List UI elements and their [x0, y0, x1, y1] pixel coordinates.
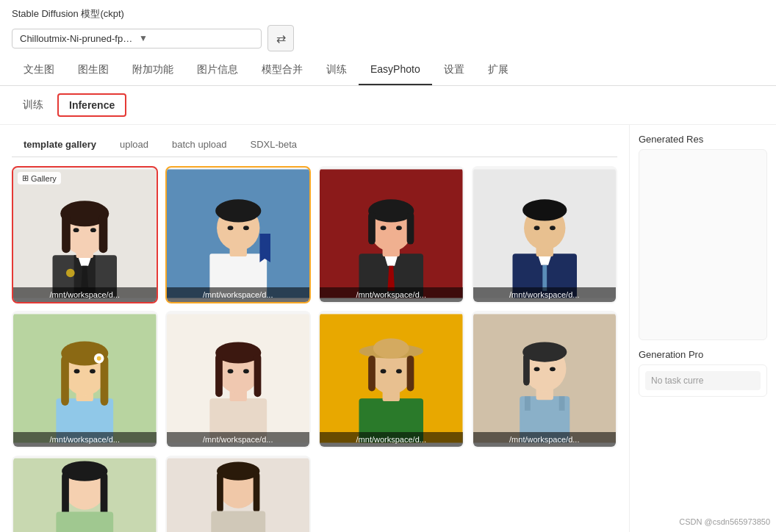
gallery-image-2	[167, 168, 310, 300]
svg-point-79	[534, 367, 539, 371]
watermark: CSDN @csdn565973850	[679, 517, 770, 526]
svg-rect-73	[525, 396, 531, 410]
badge-label: Gallery	[31, 174, 57, 183]
svg-point-30	[381, 226, 387, 230]
svg-rect-8	[62, 214, 71, 253]
main-tabs: 文生图 图生图 附加功能 图片信息 模型合并 训练 EasyPhoto 设置 扩…	[0, 56, 776, 86]
svg-rect-74	[558, 396, 564, 410]
inner-tab-upload[interactable]: upload	[108, 134, 160, 157]
svg-rect-78	[523, 353, 530, 386]
gallery-item-2[interactable]: /mnt/workspace/d...	[165, 166, 312, 303]
svg-rect-67	[368, 356, 376, 392]
gallery-image-8	[473, 312, 617, 445]
svg-rect-9	[99, 214, 108, 253]
svg-point-66	[373, 339, 409, 359]
svg-rect-90	[217, 472, 223, 511]
chevron-down-icon: ▼	[139, 33, 254, 43]
sub-tab-train[interactable]: 训练	[12, 93, 54, 117]
sub-tabs: 训练 Inference	[0, 86, 776, 125]
gallery-item-1-label: /mnt/workspace/d...	[13, 287, 157, 302]
gallery-image-1	[13, 168, 157, 300]
content-area: template gallery upload batch upload SDX…	[0, 125, 776, 532]
right-panel: Generated Res Generation Pro No task cur…	[629, 125, 776, 532]
svg-rect-85	[101, 472, 108, 515]
tab-txt2img[interactable]: 文生图	[12, 56, 66, 85]
tab-train[interactable]: 训练	[315, 56, 359, 85]
gallery-item-2-label: /mnt/workspace/d...	[167, 287, 310, 302]
svg-point-10	[73, 228, 79, 232]
svg-rect-92	[211, 511, 265, 532]
tab-extensions[interactable]: 扩展	[476, 56, 520, 85]
gallery-item-7-label: /mnt/workspace/d...	[320, 432, 463, 447]
top-bar: Stable Diffusion 模型(ckpt) Chilloutmix-Ni…	[0, 0, 776, 56]
inner-tab-batch-upload[interactable]: batch upload	[160, 134, 238, 157]
inner-tab-template-gallery[interactable]: template gallery	[12, 134, 108, 157]
svg-rect-28	[368, 212, 376, 245]
svg-rect-86	[56, 512, 113, 532]
gallery-image-9	[13, 457, 157, 532]
generated-result-box	[639, 149, 767, 340]
gallery-item-6[interactable]: /mnt/workspace/d...	[165, 311, 312, 448]
svg-point-40	[550, 226, 556, 230]
tab-img2img[interactable]: 图生图	[66, 56, 121, 85]
gallery-item-4[interactable]: /mnt/workspace/d...	[472, 166, 618, 303]
svg-point-11	[90, 228, 96, 232]
model-label: Stable Diffusion 模型(ckpt)	[12, 7, 764, 21]
tab-imginfo[interactable]: 图片信息	[185, 56, 250, 85]
gallery-item-1[interactable]: ⊞ Gallery	[12, 166, 158, 303]
gallery-image-3	[320, 168, 463, 300]
gallery-item-3[interactable]: /mnt/workspace/d...	[318, 166, 464, 303]
gallery-item-8[interactable]: /mnt/workspace/d...	[472, 311, 618, 448]
inner-tab-sdxl-beta[interactable]: SDXL-beta	[239, 134, 309, 157]
svg-rect-68	[407, 356, 414, 392]
gallery-item-3-label: /mnt/workspace/d...	[320, 287, 463, 302]
tab-settings[interactable]: 设置	[432, 56, 476, 85]
model-select-dropdown[interactable]: Chilloutmix-Ni-pruned-fp16-fix.safetenso…	[12, 29, 262, 48]
svg-point-19	[243, 226, 249, 230]
generation-pro-section: Generation Pro No task curre	[639, 349, 767, 397]
sub-tab-inference[interactable]: Inference	[57, 93, 126, 117]
tab-extras[interactable]: 附加功能	[121, 56, 185, 85]
svg-rect-84	[62, 472, 69, 515]
svg-rect-58	[254, 354, 261, 397]
inner-tabs: template gallery upload batch upload SDX…	[12, 134, 617, 157]
tab-easyphoto[interactable]: EasyPhoto	[359, 56, 432, 85]
svg-point-80	[550, 367, 556, 371]
generation-pro-box: No task curre	[639, 364, 767, 397]
svg-point-70	[396, 369, 402, 373]
svg-point-31	[396, 226, 402, 230]
gallery-item-9[interactable]: /mnt/workspace/d...	[12, 456, 158, 532]
generation-pro-title: Generation Pro	[639, 349, 767, 360]
gallery-item-6-label: /mnt/workspace/d...	[167, 432, 310, 447]
generated-result-title: Generated Res	[639, 134, 767, 145]
gallery-item-10[interactable]: /mnt/workspace/d...	[165, 456, 312, 532]
model-value: Chilloutmix-Ni-pruned-fp16-fix.safetenso…	[20, 33, 134, 44]
svg-point-69	[381, 369, 387, 373]
svg-point-49	[97, 356, 101, 361]
tab-modelmerge[interactable]: 模型合并	[250, 56, 315, 85]
svg-point-39	[534, 226, 539, 230]
refresh-button[interactable]: ⇄	[267, 25, 294, 51]
gallery-image-7	[320, 312, 463, 445]
image-icon: ⊞	[22, 173, 29, 183]
gallery-badge: ⊞ Gallery	[18, 172, 61, 184]
svg-point-38	[522, 199, 567, 220]
gallery-panel: template gallery upload batch upload SDX…	[0, 125, 629, 532]
gallery-image-5	[13, 312, 157, 445]
gallery-image-6	[167, 312, 310, 445]
svg-rect-91	[253, 472, 259, 511]
svg-point-17	[215, 199, 261, 222]
gallery-item-8-label: /mnt/workspace/d...	[473, 432, 617, 447]
svg-rect-46	[61, 356, 69, 406]
svg-point-59	[227, 369, 233, 373]
gallery-image-10	[167, 457, 310, 532]
gallery-item-5[interactable]: /mnt/workspace/d...	[12, 311, 158, 448]
gallery-item-7[interactable]: /mnt/workspace/d...	[318, 311, 464, 448]
no-task-label: No task curre	[645, 371, 761, 390]
gallery-item-4-label: /mnt/workspace/d...	[473, 287, 617, 302]
gallery-grid: ⊞ Gallery	[12, 166, 617, 532]
model-row: Chilloutmix-Ni-pruned-fp16-fix.safetenso…	[12, 25, 764, 51]
gallery-item-5-label: /mnt/workspace/d...	[13, 432, 157, 447]
svg-marker-20	[259, 234, 270, 262]
svg-point-18	[227, 226, 233, 230]
